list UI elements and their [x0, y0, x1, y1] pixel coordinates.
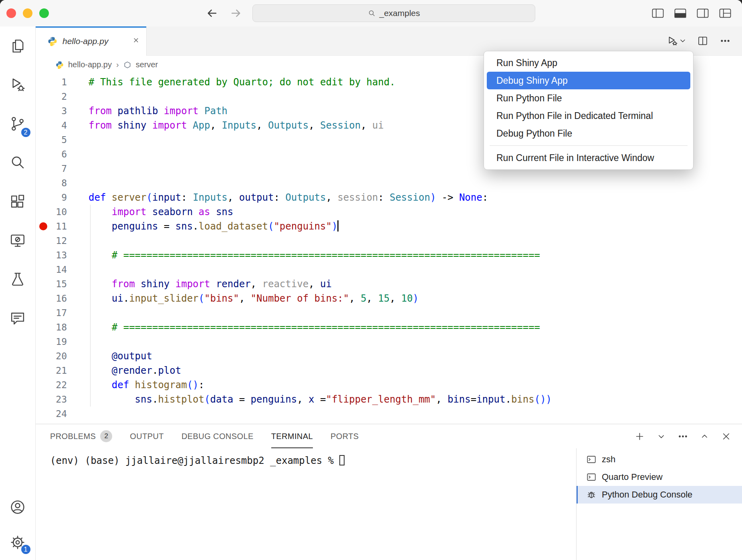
code-gutter[interactable]: 13 [36, 248, 89, 262]
panel-tab-ports[interactable]: PORTS [331, 424, 359, 448]
code-gutter[interactable]: 9 [36, 190, 89, 205]
breadcrumb-file[interactable]: hello-app.py [68, 60, 112, 69]
activity-source-control[interactable]: 2 [0, 104, 36, 143]
code-token: import [164, 105, 199, 117]
activity-extensions[interactable] [0, 182, 36, 221]
split-editor-icon[interactable] [697, 35, 708, 46]
activity-comments[interactable] [0, 298, 36, 337]
terminal-viewport[interactable]: (env) (base) jjallaire@jjallairesmbp2 _e… [36, 448, 576, 560]
breadcrumb-symbol[interactable]: server [136, 60, 158, 69]
code-line[interactable]: 18 # ===================================… [36, 320, 742, 334]
code-gutter[interactable]: 11 [36, 219, 89, 234]
close-tab-icon[interactable] [132, 36, 140, 46]
panel-tab-terminal[interactable]: TERMINAL [271, 424, 313, 448]
code-line[interactable]: 14 [36, 262, 742, 277]
code-token [106, 192, 111, 203]
activity-explorer[interactable] [0, 26, 36, 65]
code-line[interactable]: 19 [36, 334, 742, 349]
toggle-sidebar-icon[interactable] [651, 7, 664, 19]
code-gutter[interactable]: 14 [36, 262, 89, 277]
tab-hello-app-py[interactable]: hello-app.py [36, 26, 147, 56]
activity-testing[interactable] [0, 260, 36, 298]
menu-item-run-python-file[interactable]: Run Python File [487, 89, 690, 107]
code-gutter[interactable]: 23 [36, 392, 89, 407]
code-gutter[interactable]: 8 [36, 176, 89, 190]
activity-account[interactable] [0, 489, 36, 525]
toggle-secondary-sidebar-icon[interactable] [696, 7, 709, 19]
code-gutter[interactable]: 4 [36, 118, 89, 133]
breakpoint-dot[interactable] [39, 222, 47, 230]
activity-live-preview[interactable] [0, 221, 36, 260]
back-icon[interactable] [205, 6, 219, 20]
code-line[interactable]: 17 [36, 306, 742, 320]
code-gutter[interactable]: 21 [36, 363, 89, 378]
code-gutter[interactable]: 24 [36, 407, 89, 421]
code-gutter[interactable]: 1 [36, 75, 89, 89]
close-window-button[interactable] [6, 8, 16, 18]
code-gutter[interactable]: 15 [36, 277, 89, 291]
code-line[interactable]: 9def server(input: Inputs, output: Outpu… [36, 190, 742, 205]
menu-item-debug-shiny-app[interactable]: Debug Shiny App [487, 72, 690, 89]
chevron-down-icon [679, 38, 686, 44]
more-actions-icon[interactable] [720, 35, 731, 46]
activity-settings[interactable]: 1 [0, 525, 36, 560]
code-line[interactable]: 11 penguins = sns.load_dataset("penguins… [36, 219, 742, 234]
menu-item-debug-python-file[interactable]: Debug Python File [487, 125, 690, 142]
code-line[interactable]: 16 ui.input_slider("bins", "Number of bi… [36, 291, 742, 306]
code-line[interactable]: 13 # ===================================… [36, 248, 742, 262]
run-or-debug-button[interactable] [666, 35, 686, 47]
panel-tab-output[interactable]: OUTPUT [130, 424, 164, 448]
panel-more-icon[interactable] [677, 431, 688, 442]
code-token: Outputs [285, 192, 326, 203]
code-gutter[interactable]: 2 [36, 89, 89, 104]
code-line[interactable]: 12 [36, 234, 742, 248]
code-gutter[interactable]: 10 [36, 205, 89, 219]
code-line[interactable]: 15 from shiny import render, reactive, u… [36, 277, 742, 291]
terminal-list-item-python-debug-console[interactable]: Python Debug Console [577, 486, 742, 504]
customize-layout-icon[interactable] [719, 7, 732, 19]
code-gutter[interactable]: 5 [36, 133, 89, 147]
menu-item-run-shiny-app[interactable]: Run Shiny App [487, 54, 690, 72]
activity-run-debug[interactable] [0, 65, 36, 104]
history-navigation [205, 6, 243, 20]
code-token: , [308, 120, 320, 131]
files-icon [9, 38, 26, 54]
code-line[interactable]: 22 def histogram(): [36, 378, 742, 392]
code-line[interactable]: 21 @render.plot [36, 363, 742, 378]
code-gutter[interactable]: 3 [36, 104, 89, 118]
maximize-panel-icon[interactable] [699, 431, 710, 442]
code-gutter[interactable]: 7 [36, 161, 89, 176]
terminal-list-item-zsh[interactable]: zsh [577, 451, 742, 468]
code-line[interactable]: 23 sns.histplot(data = penguins, x ="fli… [36, 392, 742, 407]
code-gutter[interactable]: 22 [36, 378, 89, 392]
new-terminal-icon[interactable] [634, 431, 645, 442]
line-number: 13 [56, 248, 67, 262]
code-gutter[interactable]: 12 [36, 234, 89, 248]
terminal-profile-chevron-icon[interactable] [656, 431, 667, 442]
zoom-window-button[interactable] [39, 8, 49, 18]
code-token: . [152, 394, 158, 405]
code-gutter[interactable]: 16 [36, 291, 89, 306]
toggle-panel-icon[interactable] [674, 7, 687, 19]
menu-item-run-current-file-in-interactive-window[interactable]: Run Current File in Interactive Window [487, 149, 690, 167]
menu-item-run-python-file-in-dedicated-terminal[interactable]: Run Python File in Dedicated Terminal [487, 107, 690, 125]
panel-tab-debug-console[interactable]: DEBUG CONSOLE [181, 424, 254, 448]
activity-search[interactable] [0, 143, 36, 182]
code-line[interactable]: 24 [36, 407, 742, 421]
code-gutter[interactable]: 19 [36, 334, 89, 349]
code-gutter[interactable]: 18 [36, 320, 89, 334]
code-gutter[interactable]: 6 [36, 147, 89, 161]
code-gutter[interactable]: 20 [36, 349, 89, 363]
forward-icon[interactable] [229, 6, 243, 20]
panel-tab-label: PORTS [331, 432, 359, 441]
panel-tab-problems[interactable]: PROBLEMS2 [50, 424, 112, 448]
close-panel-icon[interactable] [721, 431, 732, 442]
code-line[interactable]: 20 @output [36, 349, 742, 363]
code-gutter[interactable]: 17 [36, 306, 89, 320]
code-line[interactable]: 10 import seaborn as sns [36, 205, 742, 219]
code-token: seaborn [152, 206, 193, 218]
terminal-list-item-quarto-preview[interactable]: Quarto Preview [577, 468, 742, 486]
minimize-window-button[interactable] [23, 8, 32, 18]
code-line[interactable]: 8 [36, 176, 742, 190]
titlebar-search[interactable]: _examples [252, 4, 535, 22]
